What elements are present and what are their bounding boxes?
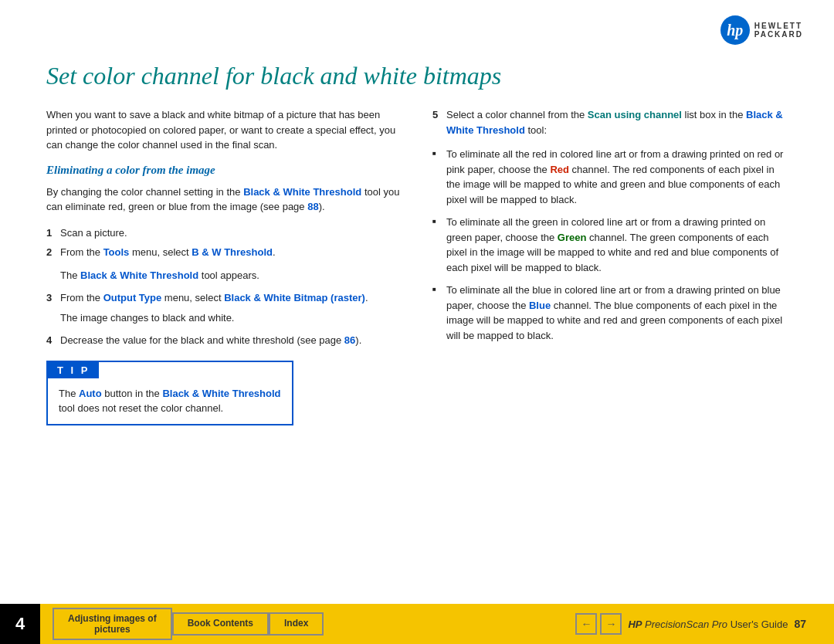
steps-list: 1 Scan a picture. 2 From the Tools menu,… — [46, 225, 402, 260]
intro-text: When you want to save a black and white … — [46, 107, 402, 153]
step-3: 3 From the Output Type menu, select Blac… — [46, 290, 402, 306]
bw-threshold-link[interactable]: B & W Threshold — [192, 246, 273, 258]
step-4: 4 Decrease the value for the black and w… — [46, 333, 402, 348]
adjusting-line2: pictures — [68, 624, 157, 635]
hewlett-label: HEWLETT — [754, 22, 803, 30]
step-5: 5 Select a color channel from the Scan u… — [432, 107, 788, 137]
blue-channel-link[interactable]: Blue — [529, 300, 551, 311]
steps-list-2: 3 From the Output Type menu, select Blac… — [46, 290, 402, 306]
tip-content: The Auto button in the Black & White Thr… — [48, 378, 292, 424]
hp-brand-label: HP — [628, 619, 642, 630]
bullet-red: To eliminate all the red in colored line… — [432, 147, 788, 207]
adjusting-line1: Adjusting images of — [68, 613, 157, 624]
green-channel-link[interactable]: Green — [558, 232, 587, 243]
col-right: 5 Select a color channel from the Scan u… — [432, 107, 788, 425]
next-arrow-button[interactable]: → — [600, 613, 622, 635]
section-heading: Eliminating a color from the image — [46, 164, 402, 177]
hp-logo: hp HEWLETT PACKARD — [720, 15, 803, 45]
right-steps-list: 5 Select a color channel from the Scan u… — [432, 107, 788, 137]
page-title: Set color channel for black and white bi… — [46, 62, 788, 90]
footer-adjusting-label[interactable]: Adjusting images of pictures — [53, 608, 172, 640]
bw-threshold-appears-link[interactable]: Black & White Threshold — [80, 269, 198, 281]
index-button[interactable]: Index — [269, 612, 324, 636]
bw-threshold-tip-link[interactable]: Black & White Threshold — [162, 388, 280, 399]
red-channel-link[interactable]: Red — [550, 164, 569, 175]
page-86-link[interactable]: 86 — [344, 334, 355, 346]
page-88-link[interactable]: 88 — [307, 201, 318, 212]
book-contents-button[interactable]: Book Contents — [172, 612, 269, 636]
scan-using-channel-link[interactable]: Scan using channel — [588, 109, 682, 120]
precision-scan-label: PrecisionScan Pro — [645, 619, 727, 630]
section-intro: By changing the color channel setting in… — [46, 185, 402, 215]
steps-list-3: 4 Decrease the value for the black and w… — [46, 333, 402, 348]
hp-text: HEWLETT PACKARD — [754, 22, 803, 39]
footer-arrows: ← → — [575, 613, 622, 635]
black-white-threshold-link1[interactable]: Black & White Threshold — [243, 186, 361, 198]
two-column-layout: When you want to save a black and white … — [46, 107, 788, 425]
bullets-list: To eliminate all the red in colored line… — [432, 147, 788, 343]
auto-link[interactable]: Auto — [79, 388, 102, 399]
page: hp HEWLETT PACKARD Set color channel for… — [0, 0, 834, 644]
bw-bitmap-link[interactable]: Black & White Bitmap (raster) — [224, 292, 365, 303]
output-type-link[interactable]: Output Type — [103, 292, 162, 303]
footer-nav: Adjusting images of pictures Book Conten… — [40, 608, 834, 640]
step-1: 1 Scan a picture. — [46, 225, 402, 241]
precision-scan-text: PrecisionScan Pro — [645, 619, 727, 630]
footer-right: ← → HP PrecisionScan Pro User's Guide 87 — [575, 613, 822, 635]
hp-circle-icon: hp — [720, 15, 750, 45]
col-left: When you want to save a black and white … — [46, 107, 402, 425]
packard-label: PACKARD — [754, 30, 803, 39]
footer-page-number-right: 87 — [794, 618, 806, 630]
footer: 4 Adjusting images of pictures Book Cont… — [0, 604, 834, 644]
content-area: hp HEWLETT PACKARD Set color channel for… — [0, 0, 834, 604]
tools-link[interactable]: Tools — [103, 246, 130, 258]
tip-header: T I P — [48, 362, 99, 378]
footer-chapter-number: 4 — [0, 604, 40, 644]
step-3-note: The image changes to black and white. — [60, 310, 402, 326]
bullet-blue: To eliminate all the blue in colored lin… — [432, 283, 788, 343]
tip-box: T I P The Auto button in the Black & Whi… — [46, 361, 293, 425]
step-2: 2 From the Tools menu, select B & W Thre… — [46, 245, 402, 260]
step-2-note: The Black & White Threshold tool appears… — [60, 268, 402, 283]
bullet-green: To eliminate all the green in colored li… — [432, 215, 788, 275]
footer-hp-label: HP PrecisionScan Pro User's Guide — [628, 619, 788, 630]
users-guide-label: User's Guide — [731, 619, 788, 630]
prev-arrow-button[interactable]: ← — [575, 613, 597, 635]
